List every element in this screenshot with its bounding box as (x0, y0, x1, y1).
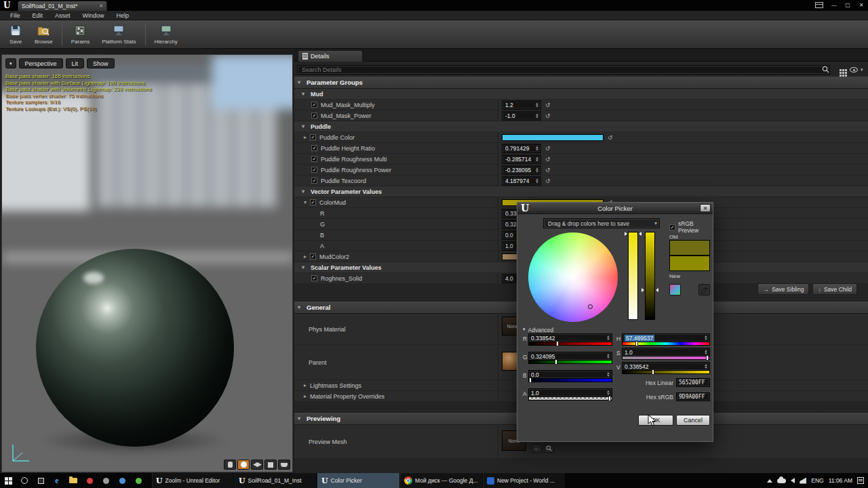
taskbar-icon-app-green[interactable] (130, 473, 146, 488)
taskbar-icon-task-view[interactable] (33, 473, 49, 488)
menu-edit[interactable]: Edit (26, 12, 50, 19)
window-titlebar[interactable]: U SoilRoad_01_M_Inst* ✕ — ▢ ✕ (0, 0, 868, 11)
reset-icon[interactable] (545, 156, 551, 163)
taskbar-app-new-project[interactable]: New Project - World ... (483, 473, 565, 488)
use-selected-arrow-icon[interactable]: ← (532, 444, 542, 453)
param-row-puddle-roughness-multi[interactable]: Puddle Roughness Multi -0.285714 (294, 154, 868, 165)
srgb-checkbox[interactable] (669, 224, 675, 230)
hex-linear-input[interactable] (676, 378, 710, 387)
value-spinbox[interactable]: -0.285714 (502, 155, 541, 163)
taskbar-icon-cortana[interactable] (16, 473, 33, 488)
preview-shape-plane-button[interactable] (251, 460, 263, 470)
param-checkbox[interactable] (311, 178, 317, 184)
layout-icon[interactable] (815, 2, 823, 8)
group-mud[interactable]: ▾ Mud (294, 89, 868, 100)
advanced-expander[interactable]: ▾ Advanced (523, 327, 553, 333)
preview-shape-custom-button[interactable] (278, 460, 290, 470)
save-button[interactable]: Save (3, 21, 28, 48)
start-button[interactable] (0, 473, 16, 488)
viewport-options-button[interactable]: ▾ (5, 58, 16, 68)
chevron-right-icon[interactable]: ▸ (304, 382, 310, 388)
saturation-slider[interactable] (628, 232, 638, 320)
chevron-right-icon[interactable]: ▸ (304, 393, 310, 399)
value-spinbox[interactable]: 0.791429 (502, 144, 541, 152)
param-checkbox[interactable] (311, 145, 317, 151)
reset-icon[interactable] (545, 145, 551, 152)
taskbar-icon-app-blue[interactable] (114, 473, 130, 488)
color-wheel[interactable] (528, 232, 618, 322)
value-spinbox[interactable]: 1.2 (502, 100, 541, 109)
action-center-icon[interactable] (857, 477, 864, 484)
preview-shape-cube-button[interactable] (264, 460, 277, 470)
reset-icon[interactable] (545, 113, 551, 119)
network-icon[interactable] (800, 478, 806, 484)
reset-icon[interactable] (545, 167, 551, 174)
taskbar-icon-edge[interactable]: e (49, 473, 65, 488)
view-options-caret-icon[interactable]: ▾ (861, 67, 863, 73)
reset-icon[interactable] (545, 102, 551, 108)
taskbar-app-soilroad[interactable]: U SoilRoad_01_M_Inst (235, 473, 317, 488)
cancel-button[interactable]: Cancel (676, 415, 710, 426)
param-row-mud-mask-power[interactable]: Mud_Mask_Power -1.0 (294, 110, 868, 121)
reset-icon[interactable] (545, 178, 551, 184)
taskbar-icon-app-gray[interactable] (98, 473, 114, 488)
value-spinbox[interactable]: 4.187974 (502, 176, 541, 185)
save-sibling-button[interactable]: → Save Sibling (757, 283, 809, 295)
param-checkbox[interactable] (311, 113, 317, 119)
taskbar-icon-app-red[interactable] (81, 473, 98, 488)
close-button[interactable]: ✕ (854, 0, 868, 10)
hierarchy-button[interactable]: Hierarchy (149, 21, 184, 48)
dialog-close-icon[interactable]: ✕ (700, 204, 711, 212)
menu-asset[interactable]: Asset (49, 12, 77, 19)
param-checkbox[interactable] (311, 167, 317, 173)
preview-shape-cylinder-button[interactable] (224, 460, 236, 470)
param-checkbox[interactable] (311, 102, 317, 108)
value-spinbox[interactable]: -1.0 (502, 111, 541, 120)
b-channel-widget[interactable]: 0.0 (528, 370, 612, 382)
show-button[interactable]: Show (87, 58, 115, 68)
tab-close-icon[interactable]: ✕ (99, 3, 103, 9)
taskbar-app-unreal-editor[interactable]: U Zoolm - Unreal Editor (152, 473, 234, 488)
menu-help[interactable]: Help (111, 12, 136, 19)
section-parameter-groups[interactable]: ▾ Parameter Groups (294, 77, 868, 89)
group-puddle[interactable]: ▾ Puddle (294, 121, 868, 132)
hex-srgb-input[interactable] (676, 392, 710, 401)
minimize-button[interactable]: — (827, 0, 841, 10)
dialog-titlebar[interactable]: U Color Picker ✕ (517, 203, 713, 214)
volume-icon[interactable] (791, 478, 795, 483)
reset-icon[interactable] (608, 134, 613, 141)
taskbar-app-color-picker[interactable]: U Color Picker (317, 473, 399, 488)
browse-to-asset-search-icon[interactable] (544, 444, 554, 453)
platform-stats-button[interactable]: Platform Stats (96, 21, 142, 48)
param-row-mud-mask-multiply[interactable]: Mud_Mask_Multiply 1.2 (294, 100, 868, 110)
chevron-down-icon[interactable]: ▾ (304, 199, 310, 205)
search-details-input[interactable] (297, 65, 830, 75)
param-checkbox[interactable] (310, 134, 316, 140)
param-checkbox[interactable] (310, 253, 316, 260)
tab-details[interactable]: Details (298, 50, 363, 62)
g-channel-widget[interactable]: 0.324095 (528, 352, 612, 364)
param-checkbox[interactable] (310, 199, 316, 205)
srgb-preview-toggle[interactable]: sRGB Preview (669, 220, 713, 234)
save-child-button[interactable]: ↓ Save Child (812, 283, 857, 295)
v-channel-widget[interactable]: 0.338542 (622, 362, 710, 374)
view-options-eye-icon[interactable] (850, 67, 858, 73)
preview-viewport[interactable]: ▾ Perspective Lit Show Base pass shader:… (1, 54, 293, 472)
group-vector-parameter-values[interactable]: ▾ Vector Parameter Values (294, 186, 868, 197)
eyedropper-button[interactable] (698, 284, 710, 296)
taskbar-icon-file-explorer[interactable] (65, 473, 81, 488)
h-channel-widget[interactable]: 57.489537 (622, 333, 710, 346)
r-channel-widget[interactable]: 0.338542 (528, 333, 612, 346)
hidden-icons-chevron[interactable] (767, 479, 772, 483)
language-indicator[interactable]: ENG (811, 477, 823, 484)
a-channel-widget[interactable]: 1.0 (528, 388, 612, 401)
color-theme-swatch-button[interactable] (669, 284, 681, 296)
param-checkbox[interactable] (311, 275, 317, 281)
value-slider[interactable] (645, 232, 655, 320)
maximize-button[interactable]: ▢ (841, 0, 854, 10)
lit-button[interactable]: Lit (66, 58, 85, 68)
param-row-puddle-texcoord[interactable]: Puddle Texcoord 4.187974 (294, 176, 868, 186)
perspective-button[interactable]: Perspective (19, 58, 63, 68)
value-spinbox[interactable]: -0.238095 (502, 165, 541, 174)
clock[interactable]: 11:06 AM (829, 477, 852, 484)
